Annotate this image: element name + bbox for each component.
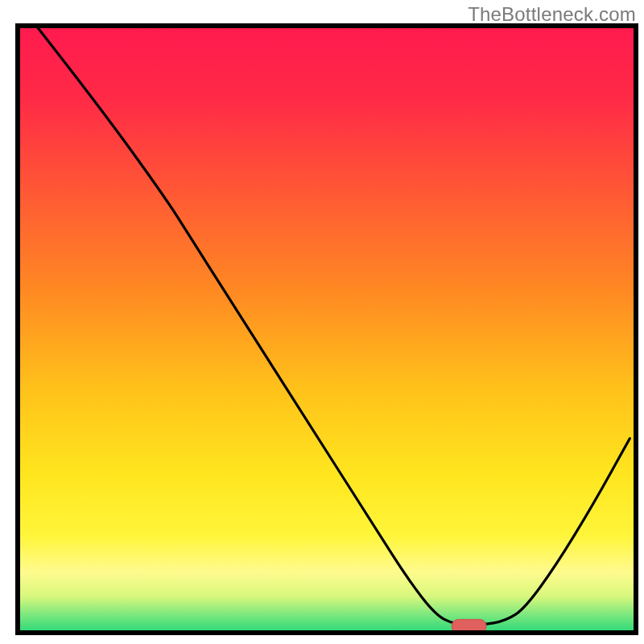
watermark-text: TheBottleneck.com bbox=[468, 3, 636, 26]
chart-stage: TheBottleneck.com bbox=[0, 0, 644, 644]
plot-area bbox=[18, 26, 636, 633]
bottleneck-chart bbox=[0, 0, 644, 644]
plot-background bbox=[18, 26, 636, 633]
